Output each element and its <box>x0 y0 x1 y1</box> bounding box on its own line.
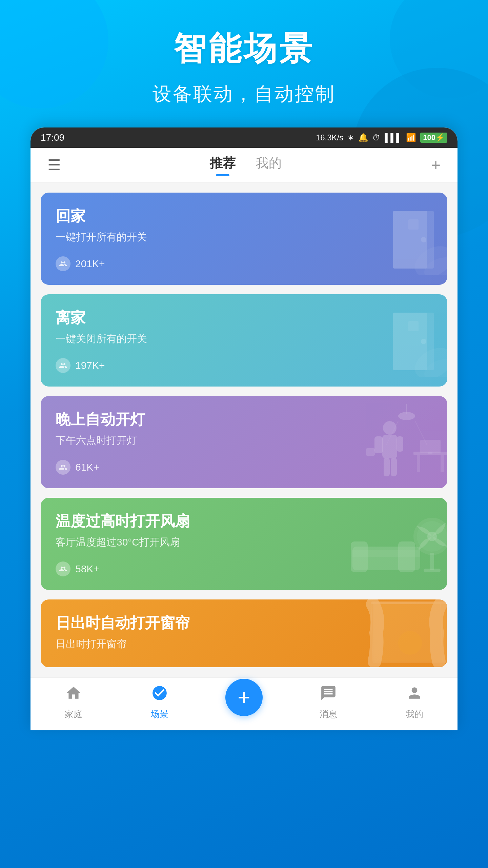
user-count-home: 201K+ <box>75 258 105 270</box>
page-title: 智能场景 <box>14 27 474 71</box>
mine-nav-icon <box>406 685 423 706</box>
scene-card-sunrise[interactable]: 日出时自动打开窗帘 日出时打开窗帘 <box>41 599 447 667</box>
nav-scene[interactable]: 场景 <box>139 685 180 720</box>
status-right: 16.3K/s ∗ 🔔 ⏱ ▌▌▌ 📶 100 ⚡ <box>316 133 447 143</box>
scene-card-leave[interactable]: 离家 一键关闭所有的开关 197K+ <box>41 294 447 387</box>
add-scene-button[interactable]: + <box>431 156 441 174</box>
home-nav-icon <box>65 685 82 706</box>
message-nav-icon <box>320 685 337 706</box>
card-footer-home: 201K+ <box>56 256 432 271</box>
card-title-night: 晚上自动开灯 <box>56 410 432 430</box>
nav-mine[interactable]: 我的 <box>394 685 435 720</box>
scene-card-night[interactable]: 晚上自动开灯 下午六点时打开灯 61K+ <box>41 396 447 488</box>
page-subtitle: 设备联动，自动控制 <box>14 81 474 107</box>
svg-rect-23 <box>366 448 375 456</box>
nav-message[interactable]: 消息 <box>308 685 349 720</box>
user-count-icon-home <box>56 256 70 271</box>
header-section: 智能场景 设备联动，自动控制 <box>0 0 488 127</box>
status-time: 17:09 <box>41 132 64 143</box>
card-footer-leave: 197K+ <box>56 358 432 373</box>
card-title-temp: 温度过高时打开风扇 <box>56 511 432 531</box>
tab-recommended[interactable]: 推荐 <box>210 155 236 175</box>
nav-add-button[interactable]: + <box>225 679 263 716</box>
alarm-icon: ⏱ <box>372 133 381 142</box>
sound-icon: 🔔 <box>358 133 368 142</box>
menu-icon[interactable]: ☰ <box>47 156 61 174</box>
user-count-leave: 197K+ <box>75 360 105 371</box>
user-count-icon-leave <box>56 358 70 373</box>
card-footer-temp: 58K+ <box>56 561 432 576</box>
nav-message-label: 消息 <box>320 708 337 720</box>
card-title-leave: 离家 <box>56 308 432 328</box>
scene-nav-icon <box>151 685 168 706</box>
scene-card-temp[interactable]: 温度过高时打开风扇 客厅温度超过30°C打开风扇 58K+ <box>41 498 447 590</box>
svg-rect-16 <box>441 455 444 472</box>
svg-rect-18 <box>428 452 432 454</box>
nav-mine-label: 我的 <box>406 708 423 720</box>
user-count-icon-temp <box>56 561 70 576</box>
wifi-icon: 📶 <box>406 133 416 142</box>
phone-frame: 17:09 16.3K/s ∗ 🔔 ⏱ ▌▌▌ 📶 100 ⚡ ☰ 推荐 我的 … <box>30 127 458 730</box>
scene-list: 回家 一键打开所有的开关 201K+ <box>30 182 458 677</box>
status-bar: 17:09 16.3K/s ∗ 🔔 ⏱ ▌▌▌ 📶 100 ⚡ <box>30 127 458 148</box>
user-count-icon-night <box>56 460 70 475</box>
bluetooth-icon: ∗ <box>347 133 354 142</box>
network-speed: 16.3K/s <box>316 133 343 142</box>
card-footer-night: 61K+ <box>56 460 432 475</box>
user-count-night: 61K+ <box>75 461 99 473</box>
card-desc-night: 下午六点时打开灯 <box>56 434 432 448</box>
nav-home-label: 家庭 <box>65 708 82 720</box>
user-count-temp: 58K+ <box>75 563 99 575</box>
nav-scene-label: 场景 <box>151 708 168 720</box>
signal-icon: ▌▌▌ <box>385 133 402 142</box>
tab-mine[interactable]: 我的 <box>256 155 282 175</box>
card-title-sunrise: 日出时自动打开窗帘 <box>56 613 432 633</box>
nav-home[interactable]: 家庭 <box>53 685 94 720</box>
bottom-navigation: 家庭 场景 + 消息 <box>30 677 458 730</box>
card-desc-home: 一键打开所有的开关 <box>56 230 432 244</box>
card-desc-leave: 一键关闭所有的开关 <box>56 332 432 346</box>
card-desc-temp: 客厅温度超过30°C打开风扇 <box>56 535 432 549</box>
card-title-home: 回家 <box>56 206 432 226</box>
card-illustration-sunrise <box>359 599 447 667</box>
card-desc-sunrise: 日出时打开窗帘 <box>56 637 432 651</box>
tab-bar: ☰ 推荐 我的 + <box>30 148 458 182</box>
battery-indicator: 100 ⚡ <box>420 133 447 143</box>
nav-add-icon: + <box>238 685 250 710</box>
scene-card-home[interactable]: 回家 一键打开所有的开关 201K+ <box>41 193 447 285</box>
tabs: 推荐 我的 <box>210 155 282 175</box>
svg-rect-29 <box>352 550 420 557</box>
